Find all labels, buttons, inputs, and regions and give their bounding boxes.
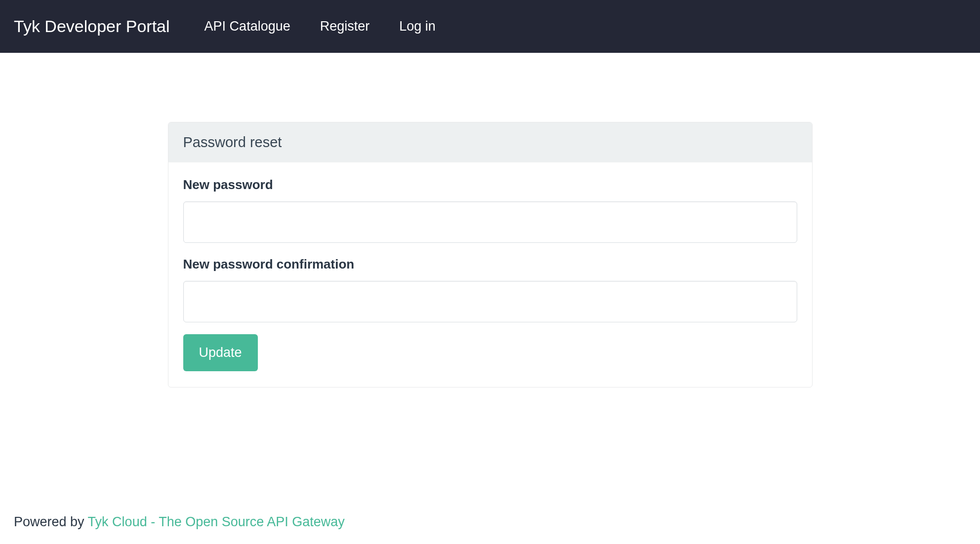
nav-register[interactable]: Register [305, 19, 385, 34]
new-password-input[interactable] [183, 201, 797, 243]
confirm-password-input[interactable] [183, 281, 797, 322]
new-password-group: New password [183, 177, 797, 243]
nav-login[interactable]: Log in [384, 19, 450, 34]
confirm-password-label: New password confirmation [183, 257, 797, 272]
nav-api-catalogue[interactable]: API Catalogue [190, 19, 305, 34]
new-password-label: New password [183, 177, 797, 193]
brand-title[interactable]: Tyk Developer Portal [14, 17, 170, 36]
password-reset-panel: Password reset New password New password… [168, 122, 813, 388]
footer-prefix: Powered by [14, 514, 88, 529]
navbar: Tyk Developer Portal API Catalogue Regis… [0, 0, 980, 53]
panel-title: Password reset [168, 122, 812, 162]
update-button[interactable]: Update [183, 334, 258, 371]
main-container: Password reset New password New password… [168, 122, 813, 388]
panel-body: New password New password confirmation U… [168, 162, 812, 387]
footer-link[interactable]: Tyk Cloud - The Open Source API Gateway [88, 514, 345, 529]
footer: Powered by Tyk Cloud - The Open Source A… [14, 514, 345, 530]
confirm-password-group: New password confirmation [183, 257, 797, 322]
